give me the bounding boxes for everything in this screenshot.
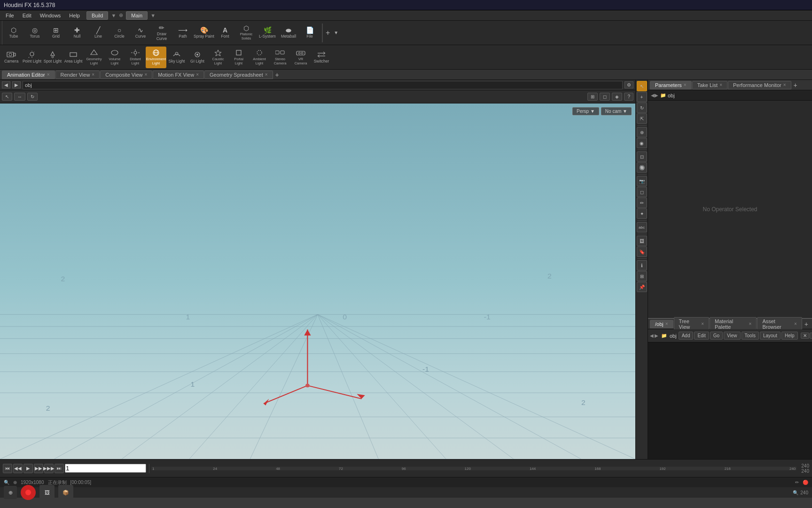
tool-area-light[interactable]: Area Light [63,47,84,68]
frame-input[interactable] [65,464,146,473]
shelf-add-button[interactable]: + [324,29,332,37]
tool-camera[interactable]: Camera [1,47,22,68]
net-forward-button[interactable]: ▶ [655,333,658,338]
rt-handle-btn[interactable]: ⊕ [637,127,647,137]
tool-spray-paint[interactable]: 🎨 Spray Paint [194,22,214,44]
tool-tube[interactable]: ⬡ Tube [3,22,24,44]
tab-performance[interactable]: Performance Monitor × [728,81,791,89]
net-edit-button[interactable]: Edit [694,332,709,340]
tl-next-button[interactable]: ▶▶▶ [44,464,54,473]
tab-close-render[interactable]: × [92,72,94,77]
tab-parameters[interactable]: Parameters × [650,81,692,89]
tool-grid[interactable]: ⊞ Grid [46,22,66,44]
rt-obj-btn[interactable]: ◻ [637,187,647,197]
rt-camera-btn[interactable]: 📷 [637,176,647,186]
tool-torus[interactable]: ◎ Torus [24,22,45,44]
rt-sculpt-btn[interactable]: ✦ [637,208,647,219]
tool-vr-camera[interactable]: VRCamera [290,47,311,68]
rt-info-btn[interactable]: ℹ [637,260,647,270]
rt-abc-btn[interactable]: abc [637,222,647,232]
props-back-button[interactable]: ◀ [651,93,655,98]
rt-flipbook-btn[interactable]: 🔖 [637,246,647,257]
net-icon1[interactable]: ✕ [801,333,809,339]
menu-edit[interactable]: Edit [19,12,35,19]
tool-curve[interactable]: ∿ Curve [130,22,151,44]
tool-volume-light[interactable]: VolumeLight [104,47,125,68]
tab-close-animation[interactable]: × [47,72,50,77]
rt-rotate-btn[interactable]: ↻ [637,103,647,113]
tab-render-view[interactable]: Render View × [55,71,100,79]
tool-distant-light[interactable]: DistantLight [125,47,146,68]
net-view-button[interactable]: View [724,332,741,340]
net-layout-button[interactable]: Layout [760,332,781,340]
tool-point-light[interactable]: Point Light [22,47,42,68]
tab-close-take-list[interactable]: × [719,82,722,87]
tool-null[interactable]: ✚ Null [67,22,87,44]
tool-file[interactable]: 📄 File [299,22,320,44]
camera-button[interactable]: No cam ▼ [601,107,632,115]
tool-line[interactable]: ╱ Line [88,22,109,44]
tab-obj[interactable]: /obj × [650,320,673,328]
vp-move-button[interactable]: ↔ [14,93,25,101]
rt-render-btn[interactable]: 🖼 [637,236,647,246]
menu-file[interactable]: File [2,12,18,19]
tool-spot-light[interactable]: Spot Light [42,47,63,68]
tool-sky-light[interactable]: Sky Light [166,47,187,68]
rt-select-btn[interactable]: ↖ [637,81,647,91]
tab-add-button[interactable]: + [273,71,281,79]
rt-move-btn[interactable]: + [637,92,647,102]
tab-take-list[interactable]: Take List × [692,81,727,89]
rt-view-btn[interactable]: ◉ [637,138,647,148]
tab-close-parameters[interactable]: × [684,82,687,87]
tab-geometry-spreadsheet[interactable]: Geometry Spreadsheet × [204,71,273,79]
net-tools-button[interactable]: Tools [742,332,759,340]
net-add-button[interactable]: Add [679,332,694,340]
rt-snap-btn[interactable]: ⊡ [637,151,647,162]
vp-layout-button[interactable]: ⊞ [587,93,598,101]
net-back-button[interactable]: ◀ [650,333,654,338]
tool-path[interactable]: ⟶ Path [172,22,193,44]
tab-animation-editor[interactable]: Animation Editor × [2,71,55,79]
props-forward-button[interactable]: ▶ [655,93,658,98]
tl-prev-button[interactable]: ◀◀ [13,464,23,473]
tool-portal-light[interactable]: PortalLight [228,47,249,68]
tab-close-obj[interactable]: × [665,321,668,326]
tool-ambient-light[interactable]: AmbientLight [249,47,270,68]
addr-back-button[interactable]: ◀ [2,81,10,88]
package-icon[interactable]: 📦 [58,485,73,500]
vp-select-button[interactable]: ↖ [2,93,12,101]
tab-tree-view[interactable]: Tree View × [674,317,709,331]
perspective-button[interactable]: Persp ▼ [572,107,599,115]
tab-close-motion[interactable]: × [196,72,199,77]
addr-forward-button[interactable]: ▶ [12,81,21,88]
tab-close-tree[interactable]: × [701,321,704,326]
tab-close-geo[interactable]: × [265,72,268,77]
rt-network-btn[interactable]: ⊞ [637,271,647,281]
address-input[interactable] [23,81,623,89]
tab-composite-view[interactable]: Composite View × [100,71,152,79]
tool-metaball[interactable]: ⬬ Metaball [278,22,299,44]
build-button[interactable]: Build [86,11,108,20]
tool-circle[interactable]: ○ Circle [109,22,130,44]
vp-help-button[interactable]: ? [624,93,633,101]
tool-font[interactable]: A Font [215,22,235,44]
network-tab-add[interactable]: + [803,320,810,328]
vp-display-button[interactable]: ◻ [600,93,610,101]
tl-play-button[interactable]: ▶ [23,464,33,473]
network-content[interactable] [648,342,812,459]
tool-stereo-camera[interactable]: StereoCamera [270,47,290,68]
main-button[interactable]: Main [126,11,148,20]
tool-platonic[interactable]: ⬡ PlatonicSolids [236,22,257,44]
rt-paint-btn[interactable]: ✏ [637,198,647,208]
props-tab-add[interactable]: + [792,81,799,89]
bottom-icon-left[interactable]: ⊕ [4,486,17,499]
tool-switcher[interactable]: Switcher [311,47,332,68]
tab-close-performance[interactable]: × [783,82,786,87]
net-icon2[interactable]: ≡ [810,333,812,339]
menu-help[interactable]: Help [65,12,84,19]
rt-scale-btn[interactable]: ⇱ [637,113,647,124]
tab-close-material[interactable]: × [749,321,752,326]
tab-asset-browser[interactable]: Asset Browser × [757,317,802,331]
vp-render-button[interactable]: ◈ [612,93,622,101]
tool-caustic-light[interactable]: CausticLight [208,47,228,68]
